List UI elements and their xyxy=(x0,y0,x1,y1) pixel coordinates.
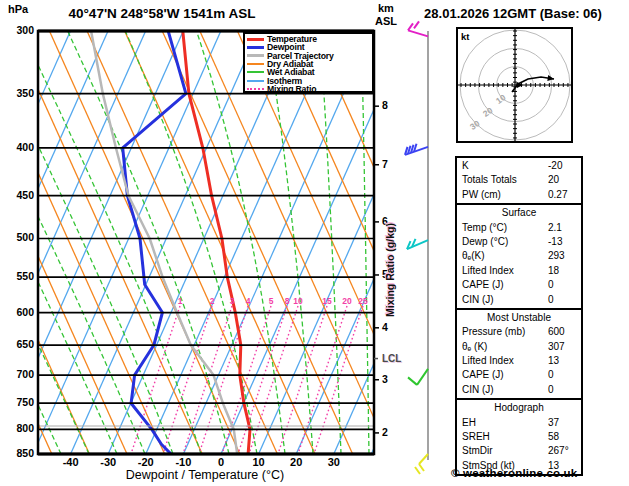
mixing-ratio-value-label: 1 xyxy=(170,296,190,306)
pressure-tick-label: 350 xyxy=(0,87,34,99)
temp-tick-label: 30 xyxy=(314,456,354,468)
mixing-ratio-line xyxy=(163,306,212,454)
mixing-ratio-line xyxy=(249,306,298,454)
wet-adiabat-line xyxy=(621,28,629,454)
temp-tick-label: -20 xyxy=(126,456,166,468)
table-row-value: -20 xyxy=(548,159,581,173)
x-axis-label: Dewpoint / Temperature (°C) xyxy=(75,468,335,482)
legend-item-wet-adiabat: Wet Adiabat xyxy=(247,68,372,76)
copyright-credit: © weatheronline.co.uk xyxy=(451,467,577,479)
table-row: Dewp (°C)-13 xyxy=(457,235,581,249)
legend-swatch xyxy=(247,80,264,82)
table-row: Pressure (mb)600 xyxy=(457,325,581,339)
page-title: 40°47'N 248°58'W 1541m ASL xyxy=(42,6,282,21)
temp-tick-label: 0 xyxy=(201,456,241,468)
table-row-value: 2.1 xyxy=(548,221,581,235)
legend-swatch xyxy=(247,71,264,73)
table-row-label: Dewp (°C) xyxy=(462,235,548,249)
table-section: HodographEH37SREH58StmDir267°StmSpd (kt)… xyxy=(457,398,581,474)
table-row: θₑ (K)307 xyxy=(457,340,581,354)
legend-swatch xyxy=(247,46,264,49)
legend-swatch xyxy=(247,63,264,65)
table-row-label: K xyxy=(462,159,548,173)
km-tick-label: 8 xyxy=(382,99,388,111)
table-row: Temp (°C)2.1 xyxy=(457,221,581,235)
pressure-tick-label: 500 xyxy=(0,231,34,243)
table-row: K-20 xyxy=(457,159,581,173)
pressure-tick-label: 400 xyxy=(0,141,34,153)
legend-item-label: Mixing Ratio xyxy=(267,84,316,94)
table-row-label: θₑ (K) xyxy=(462,340,548,354)
temp-tick-label: 10 xyxy=(239,456,279,468)
altitude-axis-unit-asl: ASL xyxy=(375,15,397,27)
table-row-label: CIN (J) xyxy=(462,293,548,307)
table-row: SREH58 xyxy=(457,430,581,444)
table-section-header: Most Unstable xyxy=(457,311,581,325)
hodograph-unit-label: kt xyxy=(461,31,469,42)
legend-swatch xyxy=(247,54,264,57)
mixing-ratio-value-label: 15 xyxy=(317,296,337,306)
table-row: StmDir267° xyxy=(457,444,581,458)
table-row: θₑ(K)293 xyxy=(457,249,581,263)
mixing-ratio-value-label: 10 xyxy=(288,296,308,306)
table-row-value: 13 xyxy=(548,354,581,368)
table-row: PW (cm)0.27 xyxy=(457,188,581,202)
pressure-tick-label: 650 xyxy=(0,338,34,350)
pressure-tick-label: 600 xyxy=(0,306,34,318)
lcl-marker-label: LCL xyxy=(382,353,401,364)
pressure-tick-label: 550 xyxy=(0,270,34,282)
table-section: Most UnstablePressure (mb)600θₑ (K)307Li… xyxy=(457,308,581,398)
table-row-label: θₑ(K) xyxy=(462,249,548,263)
wind-barb-flag xyxy=(408,21,428,36)
pressure-tick-label: 700 xyxy=(0,368,34,380)
table-row-value: 18 xyxy=(548,264,581,278)
pressure-tick-label: 800 xyxy=(0,422,34,434)
km-tick-label: 7 xyxy=(382,158,388,170)
table-row-label: CAPE (J) xyxy=(462,278,548,292)
table-section: K-20Totals Totals20PW (cm)0.27 xyxy=(457,158,581,203)
table-row-value: 600 xyxy=(548,325,581,339)
table-row-label: EH xyxy=(462,416,548,430)
table-row-value: 0 xyxy=(548,293,581,307)
table-row-label: Temp (°C) xyxy=(462,221,548,235)
pressure-axis-unit-label: hPa xyxy=(8,3,28,15)
wind-barb-two xyxy=(407,239,428,249)
table-row: Totals Totals20 xyxy=(457,173,581,187)
table-row-label: SREH xyxy=(462,430,548,444)
skewt-sounding-page: hPa 40°47'N 248°58'W 1541m ASL km ASL 28… xyxy=(0,0,629,486)
table-row-label: PW (cm) xyxy=(462,188,548,202)
table-row-label: CAPE (J) xyxy=(462,368,548,382)
mixing-ratio-value-label: 4 xyxy=(238,296,258,306)
datetime-label: 28.01.2026 12GMT (Base: 06) xyxy=(400,6,626,21)
temp-tick-label: -30 xyxy=(88,456,128,468)
table-row-value: -13 xyxy=(548,235,581,249)
chart-legend: TemperatureDewpointParcel TrajectoryDry … xyxy=(243,32,374,93)
table-row-value: 0.27 xyxy=(548,188,581,202)
pressure-tick-label: 300 xyxy=(0,24,34,36)
legend-swatch xyxy=(247,38,264,41)
indices-table: K-20Totals Totals20PW (cm)0.27SurfaceTem… xyxy=(455,156,583,476)
km-tick-label: 3 xyxy=(382,373,388,385)
table-row: EH37 xyxy=(457,416,581,430)
legend-item-mixing-ratio: Mixing Ratio xyxy=(247,85,372,93)
table-row-value: 0 xyxy=(548,368,581,382)
wind-barb-check xyxy=(408,369,428,385)
altitude-axis-unit-km: km xyxy=(378,2,394,14)
table-row-label: Lifted Index xyxy=(462,264,548,278)
wind-barb-low xyxy=(415,454,428,474)
table-row-value: 293 xyxy=(548,249,581,263)
table-row-label: Pressure (mb) xyxy=(462,325,548,339)
mixing-ratio-value-label: 2 xyxy=(202,296,222,306)
mixing-ratio-line xyxy=(298,306,347,454)
table-section: SurfaceTemp (°C)2.1Dewp (°C)-13θₑ(K)293L… xyxy=(457,203,581,308)
table-row-label: StmDir xyxy=(462,444,548,458)
table-row-value: 20 xyxy=(548,173,581,187)
mixing-ratio-value-label: 25 xyxy=(353,296,373,306)
pressure-tick-label: 450 xyxy=(0,189,34,201)
table-section-header: Surface xyxy=(457,206,581,220)
pressure-tick-label: 750 xyxy=(0,396,34,408)
table-row: CAPE (J)0 xyxy=(457,368,581,382)
table-row-value: 37 xyxy=(548,416,581,430)
pressure-tick-label: 850 xyxy=(0,447,34,459)
wind-barb-four xyxy=(405,144,428,155)
